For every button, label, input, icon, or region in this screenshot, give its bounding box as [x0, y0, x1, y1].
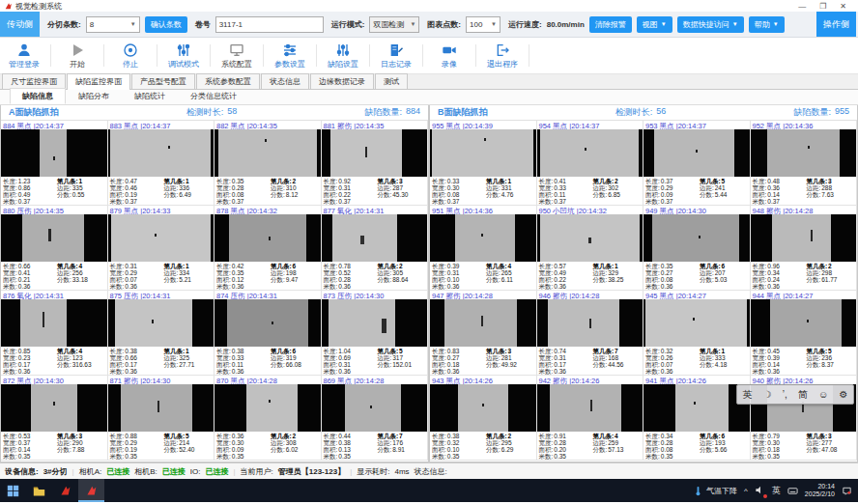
keyboard-icon[interactable]	[787, 486, 798, 496]
subtab-class-info-stats[interactable]: 分类信息统计	[178, 88, 249, 104]
defect-cell[interactable]: 955 黑点 |20:14:39 长度:0.33 宽度:0.30 面积:0.08…	[430, 121, 537, 206]
punctuation-toggle[interactable]: ’,	[783, 389, 787, 400]
tab-test[interactable]: 测试	[375, 73, 408, 89]
defect-cell[interactable]: 944 黑点 |20:14:27 长度:0.45 宽度:0.39 面积:0.14…	[751, 291, 858, 376]
width-label: 宽度:	[432, 269, 446, 276]
close-button[interactable]: ✕	[840, 2, 846, 11]
app-button-2-active[interactable]	[78, 479, 104, 502]
action-center-icon[interactable]	[842, 486, 852, 496]
defect-cell[interactable]: 948 擦伤 |20:14:28 长度:0.96 宽度:0.34 面积:0.24…	[751, 206, 858, 291]
start-menu-button[interactable]	[0, 479, 26, 502]
system-config-button[interactable]: 系统配置	[213, 38, 261, 73]
defect-cell[interactable]: 869 黑点 |20:14:28 长度:0.44 宽度:0.38 面积:0.13…	[322, 376, 429, 461]
defect-cell[interactable]: 953 黑点 |20:14:37 长度:0.37 宽度:0.29 面积:0.09…	[644, 121, 751, 206]
meter-label: 米数:	[539, 283, 554, 290]
help-menu-button[interactable]: 帮助▼	[749, 16, 785, 33]
tab-size-monitor[interactable]: 尺寸监控界面	[2, 73, 66, 89]
drive-side-button[interactable]: 传动侧	[0, 12, 40, 37]
clear-alarm-button[interactable]: 清除报警	[589, 16, 632, 33]
gear-icon[interactable]: ⚙	[839, 389, 847, 400]
roll-number-input[interactable]: 3117-1	[215, 16, 324, 33]
video-record-button[interactable]: 录像	[425, 38, 473, 73]
volume-button[interactable]	[755, 485, 765, 497]
tab-status-info[interactable]: 状态信息	[261, 73, 309, 89]
length-value: 0.41	[554, 178, 566, 184]
defect-cell[interactable]: 950 小凹坑 |20:14:32 长度:0.57 宽度:0.49 面积:0.2…	[537, 206, 644, 291]
defect-cell[interactable]: 879 黑点 |20:14:33 长度:0.31 宽度:0.29 面积:0.07…	[108, 206, 215, 291]
subtab-defect-distribution[interactable]: 缺陷分布	[66, 88, 122, 104]
parameter-settings-button[interactable]: 参数设置	[266, 38, 314, 73]
chart-points-select[interactable]: 100▼	[466, 16, 500, 33]
tab-defect-monitor[interactable]: 缺陷监控界面	[67, 73, 130, 90]
defect-cell[interactable]: 952 黑点 |20:14:36 长度:0.48 宽度:0.36 面积:0.14…	[751, 121, 858, 206]
weather-widget[interactable]: 气温下降	[693, 486, 737, 496]
score-label: 分数:	[377, 446, 391, 453]
margin-value: 288	[821, 184, 832, 191]
defect-cell-title: 875 压伤 |20:14:31	[108, 291, 214, 299]
debug-mode-button[interactable]: 调试模式	[159, 38, 208, 73]
defect-cell[interactable]: 872 黑点 |20:14:30 长度:0.53 宽度:0.37 面积:0.14…	[1, 376, 108, 461]
defect-cell[interactable]: 876 氧化 |20:14:31 长度:0.85 宽度:0.23 面积:0.17…	[1, 291, 108, 376]
cut-count-select[interactable]: 8▼	[86, 16, 140, 33]
defect-cell[interactable]: 954 黑点 |20:14:37 长度:0.41 宽度:0.33 面积:0.11…	[537, 121, 644, 206]
subtab-defect-stats[interactable]: 缺陷统计	[122, 88, 178, 104]
file-explorer-button[interactable]	[26, 479, 52, 502]
area-label: 面积:	[753, 276, 767, 283]
maximize-button[interactable]: ❐	[819, 2, 826, 11]
defect-info: 长度:0.37 宽度:0.29 面积:0.09 米数:0.37 第几条:5 边距…	[644, 177, 750, 205]
minimize-button[interactable]: —	[798, 2, 806, 11]
quick-access-menu-button[interactable]: 数据快捷访问▼	[677, 16, 744, 33]
app-button-1[interactable]	[52, 479, 78, 502]
defect-cell[interactable]: 882 黑点 |20:14:35 长度:0.35 宽度:0.28 面积:0.08…	[214, 121, 322, 206]
defect-cell[interactable]: 880 压伤 |20:14:35 长度:0.66 宽度:0.41 面积:0.21…	[1, 206, 108, 291]
tray-expand-chevron[interactable]: ^	[744, 487, 748, 495]
defect-image	[644, 299, 750, 347]
tab-product-model-config[interactable]: 产品型号配置	[131, 73, 195, 89]
confirm-count-button[interactable]: 确认条数	[145, 16, 187, 33]
defect-cell[interactable]: 881 擦伤 |20:14:35 长度:0.92 宽度:0.31 面积:0.22…	[322, 121, 429, 206]
tab-system-param-config[interactable]: 系统参数配置	[196, 73, 260, 89]
defect-cell[interactable]: 943 黑点 |20:14:26 长度:0.38 宽度:0.32 面积:0.10…	[430, 376, 537, 461]
defect-cell[interactable]: 877 氧化 |20:14:31 长度:0.78 宽度:0.52 面积:0.28…	[322, 206, 429, 291]
defect-info: 长度:0.33 宽度:0.30 面积:0.08 米数:0.37 第几条:1 边距…	[430, 177, 536, 205]
clock[interactable]: 20:14 2025/2/10	[805, 483, 835, 498]
operator-side-button[interactable]: 操作侧	[816, 12, 856, 37]
emoji-icon[interactable]: ☺	[818, 389, 828, 400]
view-menu-button[interactable]: 视图▼	[637, 16, 672, 33]
tab-edge-data-record[interactable]: 边缘数据记录	[310, 73, 374, 89]
ime-language-indicator[interactable]: 英	[772, 485, 781, 497]
stop-button[interactable]: 停止	[106, 38, 155, 73]
width-value: 0.33	[554, 184, 566, 191]
defect-cell[interactable]: 945 黑点 |20:14:27 长度:0.32 宽度:0.26 面积:0.07…	[644, 291, 751, 376]
moon-icon[interactable]: ☽	[763, 389, 772, 400]
defect-cell[interactable]: 878 黑点 |20:14:32 长度:0.42 宽度:0.35 面积:0.12…	[214, 206, 322, 291]
defect-cell[interactable]: 883 黑点 |20:14:37 长度:0.47 宽度:0.46 面积:0.19…	[108, 121, 215, 206]
defect-cell[interactable]: 874 压伤 |20:14:31 长度:0.38 宽度:0.33 面积:0.11…	[214, 291, 322, 376]
run-mode-select[interactable]: 双面检测▼	[369, 16, 419, 33]
defect-cell[interactable]: 947 擦伤 |20:14:28 长度:0.83 宽度:0.27 面积:0.18…	[430, 291, 537, 376]
subtab-defect-info[interactable]: 缺陷信息	[10, 88, 66, 104]
defect-cell[interactable]: 949 黑点 |20:14:30 长度:0.35 宽度:0.27 面积:0.08…	[644, 206, 751, 291]
exit-program-button[interactable]: 退出程序	[478, 38, 527, 73]
defect-cell-title: 869 黑点 |20:14:28	[322, 376, 428, 384]
defect-cell[interactable]: 870 黑点 |20:14:28 长度:0.36 宽度:0.30 面积:0.09…	[214, 376, 322, 461]
defect-cell[interactable]: 942 擦伤 |20:14:26 长度:0.91 宽度:0.28 面积:0.20…	[537, 376, 644, 461]
defect-cell[interactable]: 941 黑点 |20:14:26 长度:0.34 宽度:0.28 面积:0.08…	[644, 376, 751, 461]
ime-english-toggle[interactable]: 英	[743, 388, 753, 402]
admin-login-button[interactable]: 管理登录	[0, 38, 48, 73]
score-label: 分数:	[377, 276, 391, 283]
current-user-label: 当前用户:	[241, 466, 273, 477]
defect-cell[interactable]: 946 擦伤 |20:14:28 长度:0.74 宽度:0.31 面积:0.17…	[537, 291, 644, 376]
defect-cell[interactable]: 875 压伤 |20:14:31 长度:0.38 宽度:0.66 面积:0.17…	[108, 291, 215, 376]
defect-cell[interactable]: 871 擦伤 |20:14:30 长度:0.88 宽度:0.29 面积:0.19…	[108, 376, 215, 461]
meter-label: 米数:	[216, 453, 231, 460]
defect-settings-button[interactable]: 缺陷设置	[319, 38, 367, 73]
defect-cell[interactable]: 873 压伤 |20:14:30 长度:1.04 宽度:0.69 面积:0.31…	[322, 291, 429, 376]
defect-cell[interactable]: 951 黑点 |20:14:36 长度:0.39 宽度:0.31 面积:0.10…	[430, 206, 537, 291]
ime-simplified-toggle[interactable]: 简	[798, 388, 808, 402]
defect-image	[644, 214, 750, 262]
start-button[interactable]: 开始	[53, 38, 101, 73]
defect-cell[interactable]: 884 黑点 |20:14:37 长度:1.23 宽度:0.86 面积:0.49…	[1, 121, 108, 206]
log-record-button[interactable]: 日志记录	[372, 38, 420, 73]
width-value: 0.31	[338, 184, 351, 191]
